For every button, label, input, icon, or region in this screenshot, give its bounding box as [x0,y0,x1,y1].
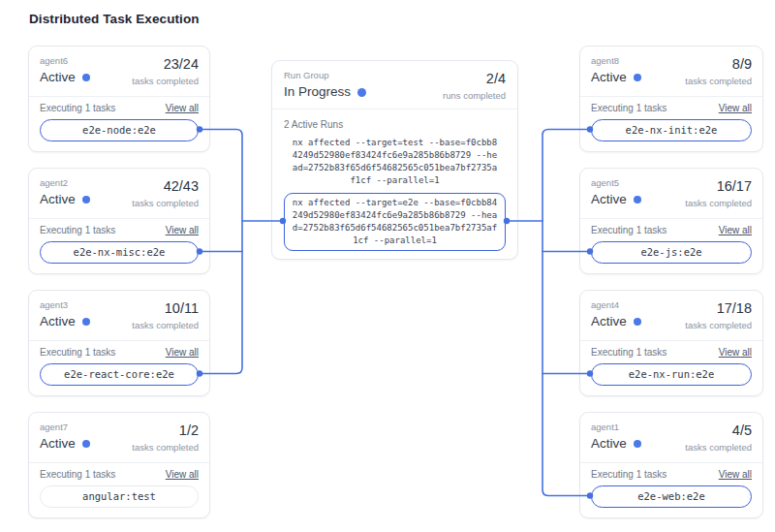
view-all-link[interactable]: View all [166,347,199,359]
agent-status-text: Active [40,191,76,208]
active-runs-label: 2 Active Runs [284,119,506,131]
agent-status: Active [40,191,90,208]
view-all-link[interactable]: View all [719,347,752,359]
view-all-link[interactable]: View all [166,103,199,114]
agent-name: agent5 [591,177,641,189]
agent-status: Active [591,191,641,208]
executing-tasks-label: Executing 1 tasks [591,469,666,481]
agent-card-agent3: agent3 Active 10/11 tasks completed Exec… [28,290,210,396]
agent-card-body: Executing 1 tasks View all e2e-web:e2e [580,463,762,508]
task-pill: e2e-web:e2e [591,485,752,508]
agent-status: Active [40,69,90,86]
tasks-fraction: 16/17 [685,178,752,194]
task-name: e2e-nx-misc:e2e [74,246,166,258]
task-name: e2e-js:e2e [640,246,701,258]
task-name: e2e-nx-init:e2e [626,124,718,136]
tasks-completed-caption: tasks completed [685,320,752,331]
agent-card-body: Executing 1 tasks View all e2e-nx-run:e2… [580,341,762,386]
executing-tasks-label: Executing 1 tasks [40,225,115,236]
active-status-dot [82,318,90,326]
agent-card-header: agent3 Active 10/11 tasks completed [29,291,209,341]
tasks-completed-caption: tasks completed [685,442,752,454]
agent-card-body: Executing 1 tasks View all e2e-node:e2e [29,97,209,141]
run-group-status-text: In Progress [284,83,351,101]
tasks-completed-caption: tasks completed [685,76,752,87]
task-pill: e2e-nx-run:e2e [591,363,752,386]
agent-card-body: Executing 1 tasks View all e2e-nx-init:e… [580,97,762,141]
agent-status: Active [591,69,641,86]
task-name: angular:test [82,490,156,502]
agent-status: Active [40,313,90,330]
tasks-completed-caption: tasks completed [132,76,199,87]
agents-right-column: agent8 Active 8/9 tasks completed Execut… [579,46,763,532]
agent-card-agent4: agent4 Active 17/18 tasks completed Exec… [579,290,763,396]
task-name: e2e-web:e2e [637,490,705,502]
executing-tasks-label: Executing 1 tasks [591,225,666,236]
active-status-dot [634,74,641,81]
agent-card-header: agent5 Active 16/17 tasks completed [580,169,762,219]
executing-tasks-label: Executing 1 tasks [40,347,115,359]
run-group-body: 2 Active Runs nx affected --target=test … [272,110,517,259]
agent-status-text: Active [591,435,627,453]
active-status-dot [634,196,641,203]
active-status-dot [82,196,90,203]
agent-card-body: Executing 1 tasks View all e2e-js:e2e [580,219,762,264]
agent-name: agent1 [591,422,641,433]
agent-status-text: Active [591,191,627,208]
run-command-highlighted: nx affected --target=e2e --base=f0cbb842… [284,193,506,251]
agent-status-text: Active [40,435,76,453]
executing-tasks-label: Executing 1 tasks [591,103,666,114]
executing-tasks-label: Executing 1 tasks [40,103,115,114]
view-all-link[interactable]: View all [166,225,199,236]
task-pill: angular:test [40,485,199,508]
view-all-link[interactable]: View all [166,469,199,481]
run-group-status: In Progress [284,83,366,101]
agent-name: agent8 [591,55,641,67]
agent-card-body: Executing 1 tasks View all e2e-nx-misc:e… [29,219,209,264]
executing-tasks-label: Executing 1 tasks [591,347,666,359]
in-progress-status-dot [357,88,366,97]
agent-status-text: Active [40,69,76,86]
agent-card-body: Executing 1 tasks View all e2e-react-cor… [29,341,209,386]
task-pill: e2e-nx-misc:e2e [40,241,199,264]
task-name: e2e-node:e2e [82,124,156,136]
run-group-label: Run Group [284,70,366,81]
agent-card-agent1: agent1 Active 4/5 tasks completed Execut… [579,412,763,518]
agent-card-body: Executing 1 tasks View all angular:test [29,463,209,508]
active-status-dot [634,440,641,448]
tasks-completed-caption: tasks completed [132,198,199,209]
distributed-task-execution-view: Distributed Task Execution agent6 Active… [0,0,775,532]
agent-name: agent4 [591,299,641,311]
agent-name: agent7 [40,422,90,433]
active-status-dot [634,318,641,326]
view-all-link[interactable]: View all [719,469,752,481]
agent-status: Active [591,313,641,330]
task-name: e2e-react-core:e2e [64,368,174,380]
tasks-fraction: 1/2 [132,422,199,438]
agent-card-header: agent7 Active 1/2 tasks completed [29,413,209,463]
task-pill: e2e-react-core:e2e [40,363,199,386]
agent-name: agent6 [40,55,90,67]
tasks-completed-caption: tasks completed [132,442,199,454]
runs-fraction: 2/4 [443,71,506,86]
active-status-dot [82,440,90,448]
run-command: nx affected --target=test --base=f0cbb84… [284,136,506,188]
tasks-fraction: 17/18 [685,300,752,316]
agent-status-text: Active [40,313,76,330]
agent-status: Active [591,435,641,453]
tasks-fraction: 8/9 [685,56,752,72]
run-group-header: Run Group In Progress 2/4 runs completed [272,61,517,110]
agent-name: agent2 [40,177,90,189]
tasks-fraction: 10/11 [132,300,199,316]
view-all-link[interactable]: View all [719,225,752,236]
agent-status-text: Active [591,69,627,86]
view-all-link[interactable]: View all [719,103,752,114]
active-status-dot [82,74,90,81]
agent-name: agent3 [40,299,90,311]
tasks-fraction: 42/43 [132,178,199,194]
agent-card-header: agent2 Active 42/43 tasks completed [29,169,209,219]
agent-card-header: agent8 Active 8/9 tasks completed [580,47,762,97]
runs-completed-caption: runs completed [443,90,506,102]
page-title: Distributed Task Execution [29,12,200,26]
agent-card-agent8: agent8 Active 8/9 tasks completed Execut… [579,46,763,152]
